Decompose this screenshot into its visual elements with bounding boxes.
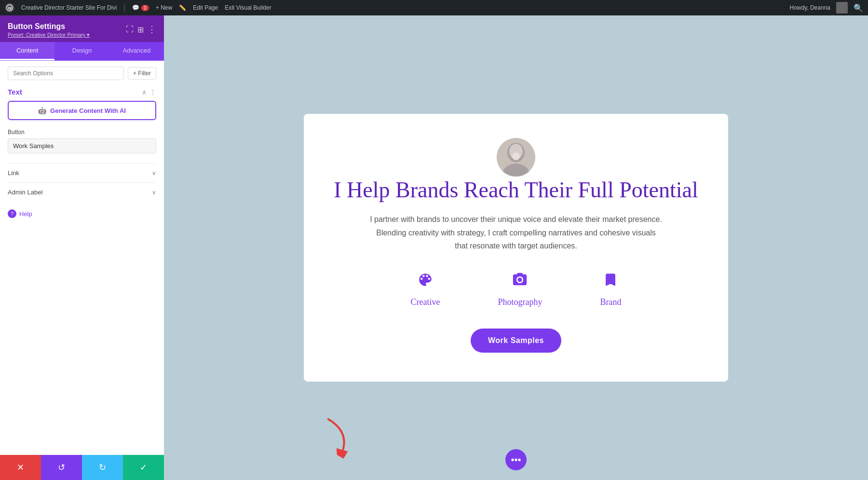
svg-point-6	[512, 152, 520, 160]
bottom-action-bar: ✕ ↺ ↻ ✓	[0, 455, 164, 480]
comments-link[interactable]: 💬 0	[132, 4, 149, 11]
link-chevron-icon: ∨	[152, 170, 156, 177]
creative-label: Creative	[411, 297, 440, 307]
fab-button[interactable]: •••	[505, 449, 527, 470]
search-input[interactable]	[8, 67, 124, 80]
ai-icon: 🤖	[38, 107, 46, 114]
brand-label: Brand	[600, 297, 621, 307]
separator-1: |	[123, 3, 125, 12]
edit-page-link[interactable]: Edit Page	[193, 4, 218, 11]
wp-admin-bar: W Creative Director Starter Site For Div…	[0, 0, 868, 15]
hero-card: I Help Brands Reach Their Full Potential…	[304, 114, 728, 382]
admin-label-section: Admin Label ∨	[8, 182, 156, 202]
photography-icon	[512, 272, 528, 291]
text-section-header: Text ∧ ⋮	[8, 88, 156, 96]
left-panel: Button Settings Preset: Creative Directo…	[0, 15, 164, 480]
tab-design[interactable]: Design	[54, 42, 109, 60]
panel-content: + Filter Text ∧ ⋮ 🤖 Generate Content Wit…	[0, 61, 164, 455]
redo-button[interactable]: ↻	[82, 455, 123, 480]
fab-dots-icon: •••	[511, 454, 521, 466]
edit-icon-small: ✏️	[179, 4, 186, 11]
button-field-group: Button	[8, 129, 156, 163]
save-button[interactable]: ✓	[123, 455, 164, 480]
section-menu-icon[interactable]: ⋮	[149, 88, 156, 96]
site-title[interactable]: Creative Director Starter Site For Divi	[21, 4, 117, 11]
service-photography: Photography	[498, 272, 542, 307]
panel-preset[interactable]: Preset: Creative Director Primary ▾	[8, 32, 90, 38]
brand-icon	[602, 272, 619, 291]
panel-header: Button Settings Preset: Creative Directo…	[0, 15, 164, 42]
generate-ai-button[interactable]: 🤖 Generate Content With AI	[8, 101, 156, 120]
panel-fullscreen-icon[interactable]: ⛶	[126, 25, 134, 34]
service-brand: Brand	[600, 272, 621, 307]
filter-button[interactable]: + Filter	[128, 67, 156, 80]
link-section-header[interactable]: Link ∨	[8, 169, 156, 177]
search-row: + Filter	[8, 67, 156, 80]
admin-chevron-icon: ∨	[152, 189, 156, 196]
panel-tabs: Content Design Advanced	[0, 42, 164, 61]
comment-count[interactable]: 0	[141, 5, 149, 11]
hero-subtext: I partner with brands to uncover their u…	[370, 213, 662, 252]
button-text-input[interactable]	[8, 138, 156, 153]
avatar	[497, 138, 535, 177]
creative-icon	[417, 272, 434, 291]
help-row[interactable]: ? Help	[8, 202, 156, 218]
plus-icon: +	[156, 4, 159, 11]
button-field-label: Button	[8, 129, 156, 136]
search-icon[interactable]: 🔍	[854, 3, 863, 13]
panel-more-icon[interactable]: ⋮	[148, 24, 156, 35]
tab-content[interactable]: Content	[0, 42, 54, 60]
panel-grid-icon[interactable]: ⊞	[137, 25, 144, 34]
admin-label-section-header[interactable]: Admin Label ∨	[8, 189, 156, 196]
tab-advanced[interactable]: Advanced	[109, 42, 164, 60]
undo-button[interactable]: ↺	[41, 455, 82, 480]
wp-logo-icon[interactable]: W	[5, 3, 14, 13]
new-link[interactable]: + New	[156, 4, 172, 11]
user-avatar[interactable]	[836, 2, 848, 14]
service-creative: Creative	[411, 272, 440, 307]
hero-heading: I Help Brands Reach Their Full Potential	[334, 177, 698, 203]
arrow-indicator	[308, 414, 358, 463]
text-section-title: Text	[8, 88, 22, 96]
panel-title: Button Settings	[8, 22, 90, 31]
delete-button[interactable]: ✕	[0, 455, 41, 480]
exit-builder-link[interactable]: Exit Visual Builder	[225, 4, 271, 11]
link-section: Link ∨	[8, 163, 156, 182]
howdy-text: Howdy, Deanna	[790, 4, 831, 11]
photography-label: Photography	[498, 297, 542, 307]
comment-icon: 💬	[132, 4, 139, 11]
cta-button[interactable]: Work Samples	[471, 329, 561, 353]
content-area: I Help Brands Reach Their Full Potential…	[164, 15, 868, 480]
services-row: Creative Photography	[411, 272, 622, 307]
help-icon: ?	[8, 209, 16, 218]
section-collapse-icon[interactable]: ∧	[142, 88, 147, 96]
svg-text:W: W	[8, 6, 12, 11]
